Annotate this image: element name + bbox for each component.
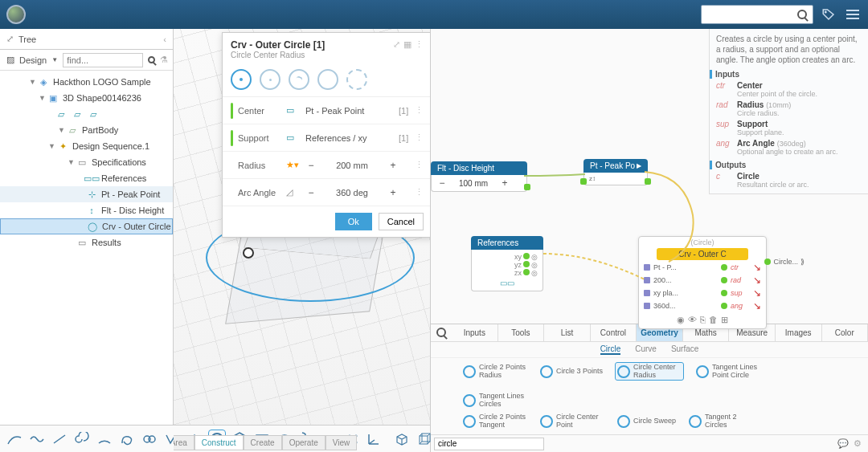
circle-type-4[interactable] <box>317 69 338 90</box>
subcategory-tab[interactable]: Circle <box>600 344 621 355</box>
dialog-property[interactable]: Center▭Pt - Peak Point[1]⋮ <box>223 97 430 124</box>
circle-type-1[interactable] <box>231 69 252 90</box>
svg-point-0 <box>825 11 827 13</box>
circle-tool-icon <box>696 365 709 378</box>
tool-item[interactable]: Circle Sweep <box>617 413 676 430</box>
increment-button[interactable]: + <box>499 177 510 189</box>
global-search[interactable] <box>701 5 813 24</box>
viewport-tab[interactable]: Construct <box>194 435 244 450</box>
tool-chain-icon[interactable] <box>141 430 158 448</box>
category-tab[interactable]: Control <box>591 324 637 341</box>
3d-viewport[interactable]: Crv - Outer Circle [1] Circle Center Rad… <box>174 29 430 452</box>
chat-icon[interactable]: 💬 <box>837 438 849 449</box>
tree-cube-icon[interactable]: ▨ <box>6 55 14 65</box>
viewport-tab[interactable]: Operate <box>282 435 326 450</box>
subcategory-tab[interactable]: Surface <box>671 344 698 355</box>
tree-item[interactable]: ◯Crv - Outer Circle <box>0 218 173 234</box>
ok-button[interactable]: Ok <box>335 213 372 230</box>
node-input-row[interactable]: 360d...ang↘ <box>639 300 766 312</box>
tool-wave-icon[interactable] <box>29 430 45 448</box>
height-value: 100 mm <box>459 179 488 188</box>
tree-item[interactable]: ▼◈Hackthon LOGO Sample <box>0 74 173 90</box>
subcategory-tab[interactable]: Curve <box>635 344 657 355</box>
circle-tool-icon <box>617 365 630 378</box>
tool-spiral-icon[interactable] <box>74 430 90 448</box>
dialog-grid-icon[interactable]: ▦ <box>403 39 411 59</box>
tool-loop-icon[interactable] <box>119 430 135 448</box>
node-circle[interactable]: (Circle) Crv - Outer C Pt - P...ctr↘200.… <box>638 236 767 329</box>
circle-dialog: Crv - Outer Circle [1] Circle Center Rad… <box>222 32 430 238</box>
viewport-tab[interactable]: View <box>326 435 358 450</box>
tree-item[interactable]: ▭▭References <box>0 170 173 186</box>
category-tab[interactable]: Color <box>822 324 869 341</box>
tool-item[interactable]: Circle 2 Points Radius <box>463 363 527 381</box>
tool-item[interactable]: Circle 2 Points Tangent <box>463 413 527 430</box>
category-tab[interactable]: Tools <box>498 324 545 341</box>
dialog-menu-icon[interactable]: ⋮ <box>415 39 424 59</box>
search-icon[interactable] <box>148 53 155 67</box>
refs-port: xy ◎ <box>477 253 538 261</box>
design-dropdown-icon[interactable]: ▼ <box>51 56 58 63</box>
tool-item[interactable]: Tangent 2 Circles <box>689 413 753 430</box>
tool-box-icon[interactable] <box>394 430 410 448</box>
tool-line-icon[interactable] <box>51 430 68 448</box>
dialog-pin-icon[interactable]: ⤢ <box>393 39 400 59</box>
dialog-subtitle: Circle Center Radius <box>231 51 393 59</box>
tool-item[interactable]: Tangent Lines Point Circle <box>696 363 760 381</box>
more-icon[interactable]: ⊞ <box>721 315 728 325</box>
tool-arc-icon[interactable] <box>96 430 113 448</box>
dialog-property[interactable]: Arc Angle◿−360 deg+⋮ <box>223 179 430 206</box>
view-icon[interactable]: 👁 <box>688 315 697 325</box>
node-input-row[interactable]: Pt - P...ctr↘ <box>639 262 766 273</box>
category-tab[interactable]: Inputs <box>452 324 498 341</box>
tree-expand-icon[interactable]: ⤢ <box>6 34 14 44</box>
node-references[interactable]: References xy ◎ yz ◎ zx ◎ ▭▭ <box>471 236 543 291</box>
node-peak-point[interactable]: Pt - Peak Po▶ z↕ <box>583 159 648 185</box>
tree-item[interactable]: ↕Flt - Disc Height <box>0 202 173 218</box>
node-input-row[interactable]: 200...rad↘ <box>639 275 766 286</box>
search-icon[interactable] <box>431 324 452 341</box>
viewport-tab[interactable]: Create <box>244 435 282 450</box>
circle-type-3[interactable] <box>289 69 309 90</box>
visibility-icon[interactable]: ◉ <box>677 315 685 325</box>
tree-item[interactable]: ▼▱PartBody <box>0 122 173 138</box>
settings-icon[interactable]: ⚙ <box>854 438 862 449</box>
circle-tool-icon <box>463 365 476 378</box>
copy-icon[interactable]: ⎘ <box>700 315 706 325</box>
filter-icon[interactable]: ⚗ <box>160 55 168 65</box>
tool-item[interactable]: Circle 3 Points <box>540 363 603 381</box>
tool-axis-icon[interactable] <box>366 430 381 448</box>
node-input-row[interactable]: xy pla...sup↘ <box>639 287 766 299</box>
dialog-property[interactable]: Support▭References / xy[1]⋮ <box>223 124 430 152</box>
dialog-property[interactable]: Radius★▾−200 mm+⋮ <box>223 152 430 179</box>
tree-item[interactable]: ▼▣3D Shape00146236 <box>0 90 173 106</box>
circle-type-5[interactable] <box>346 69 367 90</box>
delete-icon[interactable]: 🗑 <box>709 315 718 325</box>
circle-tool-icon <box>463 394 476 407</box>
tool-item[interactable]: Circle Center Radius <box>616 363 683 381</box>
circle-type-2[interactable] <box>260 69 280 90</box>
tree-collapse-icon[interactable]: ‹ <box>163 35 166 44</box>
help-panel: Creates a circle by using a center point… <box>709 29 868 194</box>
tool-item[interactable]: Tangent Lines Circles <box>463 393 527 409</box>
tree-item[interactable]: ⊹Pt - Peak Point <box>0 186 173 202</box>
category-tab[interactable]: Images <box>776 324 822 341</box>
tree-title: Tree <box>18 35 36 44</box>
tree-find-input[interactable] <box>63 53 143 67</box>
center-handle[interactable] <box>243 247 254 259</box>
design-label: Design <box>19 55 47 65</box>
tag-icon[interactable] <box>820 6 837 23</box>
category-tab[interactable]: List <box>544 324 591 341</box>
tree-item[interactable]: ▼▭Specifications <box>0 154 173 170</box>
decrement-button[interactable]: − <box>436 177 448 189</box>
cancel-button[interactable]: Cancel <box>379 213 424 230</box>
node-disc-height[interactable]: Flt - Disc Height − 100 mm + <box>431 161 527 192</box>
viewport-tab[interactable]: Fixed Area <box>174 435 194 450</box>
tool-item[interactable]: Circle Center Point <box>540 413 604 430</box>
menu-icon[interactable] <box>844 6 862 23</box>
tree-item[interactable]: ▭Results <box>0 234 173 250</box>
tool-wirebox-icon[interactable] <box>416 430 432 448</box>
tree-item[interactable]: ▼✦Design Sequence.1 <box>0 138 173 154</box>
tool-curve-icon[interactable] <box>6 430 23 448</box>
tool-filter-input[interactable] <box>434 438 544 450</box>
